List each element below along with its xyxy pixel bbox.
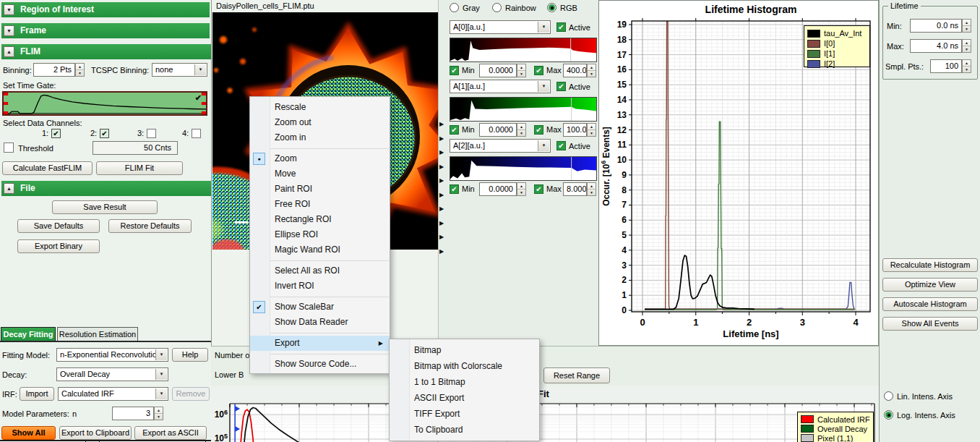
menu-item-zoom-in[interactable]: Zoom in [250,130,390,145]
channel-2-histogram[interactable] [450,156,597,181]
channel-1-select[interactable]: A[1][a.u.] ▼ [450,80,551,93]
chevron-down-icon[interactable]: ▼ [538,22,549,33]
channel-2-min-field[interactable]: 0.0000 [479,182,517,196]
lifetime-min-stepper[interactable]: ▲▼ [962,19,971,33]
binning-stepper[interactable]: ▲▼ [75,63,85,77]
menu-item-export[interactable]: Export▶ [250,336,390,351]
recalculate-histogram-button[interactable]: Recalculate Histogram [882,258,978,272]
submenu-item-tiff-export[interactable]: TIFF Export [390,406,539,422]
lifetime-max-field[interactable]: 4.0 ns [910,39,962,53]
time-gate-graph[interactable]: ✔ [2,91,207,116]
menu-item-show-scalebar[interactable]: ✔Show ScaleBar [250,299,390,315]
channel-1-max-stepper[interactable]: ▲▼ [587,123,596,137]
export-binary-button[interactable]: Export Binary [17,239,100,253]
threshold-checkbox[interactable] [4,143,14,153]
channel-3-checkbox[interactable] [147,129,156,138]
menu-item-zoom-mode[interactable]: ●Zoom [250,151,390,166]
radio-lin-intensity-axis[interactable] [884,391,893,401]
channel-2-min-stepper[interactable]: ▲▼ [517,182,526,196]
export-as-ascii-button[interactable]: Export as ASCII [134,426,207,440]
restore-defaults-button[interactable]: Restore Defaults [108,219,192,233]
flim-fit-button[interactable]: FLIM Fit [96,161,183,175]
channel-0-select[interactable]: A[0][a.u.] ▼ [450,20,551,34]
menu-item-free-roi[interactable]: Free ROI [250,197,390,212]
channel-1-min-stepper[interactable]: ▲▼ [517,123,526,137]
menu-item-rectangle-roi[interactable]: Rectangle ROI [250,212,390,227]
channel-1-max-checkbox[interactable]: ✔ [534,125,543,135]
channel-0-max-field[interactable]: 400.000 [563,64,587,77]
menu-item-paint-roi[interactable]: Paint ROI [250,182,390,197]
n-stepper[interactable]: ▲▼ [154,407,163,420]
chevron-down-icon[interactable]: ▼ [538,81,549,92]
spin-down-icon[interactable]: ▼ [76,70,84,76]
spin-up-icon[interactable]: ▲ [963,20,971,26]
spin-up-icon[interactable]: ▲ [517,124,525,130]
chevron-down-icon[interactable]: ▼ [155,369,167,380]
spin-up-icon[interactable]: ▲ [588,183,596,190]
spin-down-icon[interactable]: ▼ [963,67,971,72]
channel-0-min-checkbox[interactable]: ✔ [450,66,459,75]
spin-up-icon[interactable]: ▲ [517,64,525,71]
spin-down-icon[interactable]: ▼ [588,71,596,77]
menu-item-select-all-as-roi[interactable]: Select All as ROI [250,263,390,279]
spin-down-icon[interactable]: ▼ [517,130,525,136]
channel-2-max-stepper[interactable]: ▲▼ [587,182,596,196]
reset-range-button[interactable]: Reset Range [543,367,610,383]
channel-1-min-field[interactable]: 0.0000 [479,123,517,137]
optimize-view-button[interactable]: Optimize View [882,278,978,292]
spin-down-icon[interactable]: ▼ [517,71,525,77]
spin-up-icon[interactable]: ▲ [517,183,525,190]
menu-item-move[interactable]: Move [250,166,390,182]
channel-2-select[interactable]: A[2][a.u.] ▼ [450,139,551,153]
time-gate-curve[interactable] [4,93,206,114]
tab-resolution-estimation[interactable]: Resolution Estimation [57,327,138,341]
collapse-arrow-icon[interactable]: ▲ [4,46,14,57]
channel-2-active-checkbox[interactable]: ✔ [556,141,566,150]
radio-rgb[interactable] [547,3,556,12]
channel-1-histogram[interactable] [450,97,597,122]
irf-select[interactable]: Calculated IRF ▼ [58,387,168,401]
chevron-down-icon[interactable]: ▼ [155,388,167,399]
section-header-flim[interactable]: ▲ FLIM [1,44,227,59]
show-all-button[interactable]: Show All [1,426,56,440]
collapse-arrow-icon[interactable]: ▼ [4,4,14,15]
menu-item-zoom-out[interactable]: Zoom out [250,115,390,130]
save-defaults-button[interactable]: Save Defaults [17,219,100,233]
menu-item-show-data-reader[interactable]: Show Data Reader [250,315,390,330]
lifetime-min-field[interactable]: 0.0 ns [910,19,962,33]
channel-4-checkbox[interactable] [192,129,201,138]
spin-up-icon[interactable]: ▲ [963,60,971,67]
channel-1-active-checkbox[interactable]: ✔ [556,82,566,91]
collapse-arrow-icon[interactable]: ▲ [4,183,14,194]
spin-up-icon[interactable]: ▲ [155,407,163,414]
chevron-down-icon[interactable]: ▼ [538,140,549,151]
chevron-down-icon[interactable]: ▼ [194,64,206,75]
tcspc-binning-select[interactable]: none ▼ [152,63,207,77]
collapse-arrow-icon[interactable]: ▼ [4,25,14,36]
remove-irf-button[interactable]: Remove [172,387,210,401]
channel-2-max-field[interactable]: 8.0000 [563,182,587,196]
menu-item-rescale[interactable]: Rescale [250,100,390,115]
channel-0-max-stepper[interactable]: ▲▼ [587,64,596,77]
binning-value-field[interactable]: 2 Pts [33,63,75,77]
threshold-value-field[interactable]: 50 Cnts [93,141,178,155]
lifetime-max-stepper[interactable]: ▲▼ [962,39,971,53]
submenu-item-ascii-export[interactable]: ASCII Export [390,390,539,406]
channel-0-min-field[interactable]: 0.0000 [479,64,517,77]
channel-2-max-checkbox[interactable]: ✔ [534,184,543,194]
channel-1-max-field[interactable]: 100.000 [563,123,587,137]
help-button[interactable]: Help [172,348,208,362]
chevron-down-icon[interactable]: ▼ [155,349,167,360]
channel-2-min-checkbox[interactable]: ✔ [450,184,459,194]
spin-down-icon[interactable]: ▼ [588,190,596,195]
submenu-item-to-clipboard[interactable]: To Clipboard [390,422,539,438]
radio-rainbow[interactable] [492,3,502,12]
channel-2-checkbox[interactable]: ✔ [100,129,109,138]
decay-fit-chart[interactable]: 106105Fit [211,386,879,442]
menu-item-invert-roi[interactable]: Invert ROI [250,279,390,294]
spin-down-icon[interactable]: ▼ [517,190,525,195]
menu-item-magic-wand-roi[interactable]: Magic Wand ROI [250,242,390,258]
sample-points-stepper[interactable]: ▲▼ [962,59,971,73]
spin-down-icon[interactable]: ▼ [963,46,971,52]
spin-up-icon[interactable]: ▲ [963,40,971,46]
